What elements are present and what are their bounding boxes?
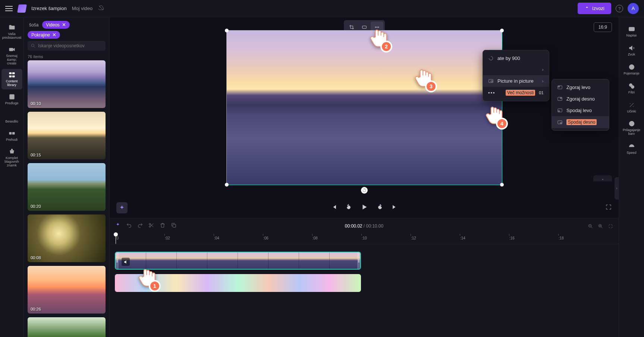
redo-button[interactable] (137, 222, 143, 230)
svg-point-47 (631, 85, 634, 88)
svg-rect-18 (491, 81, 493, 82)
zoom-out-icon[interactable] (588, 223, 593, 229)
resize-handle-tr[interactable] (500, 29, 504, 32)
timeline-tracks[interactable]: || || (110, 244, 619, 337)
clip-thumbnail[interactable]: 00:26 (28, 266, 106, 314)
clip-thumbnail[interactable]: 00:15 (28, 112, 106, 159)
svg-line-0 (99, 6, 103, 10)
nav-templates[interactable]: Predloge (1, 91, 22, 108)
pip-icon (488, 78, 494, 84)
split-button[interactable] (148, 222, 154, 230)
resize-handle-tl[interactable] (225, 29, 229, 32)
clip-thumbnail[interactable]: 00:08 (28, 214, 106, 262)
clip-trim-right[interactable]: || (357, 252, 360, 269)
fit-icon (361, 24, 367, 30)
nav-record-create[interactable]: Snemaj &amp; create (1, 44, 22, 68)
zoom-fit-icon[interactable] (608, 223, 613, 229)
menu-empty-row[interactable]: › (483, 64, 549, 75)
rotate-handle[interactable] (361, 187, 368, 194)
export-label: Izvozi (592, 6, 604, 11)
play-button[interactable] (360, 203, 368, 213)
prop-captions[interactable]: CCNapise (621, 23, 643, 40)
forward-button[interactable]: 5 (377, 204, 383, 212)
ruler-tick: :06 (263, 236, 268, 240)
delete-button[interactable] (160, 222, 166, 230)
search-box[interactable] (28, 41, 106, 51)
filter-tags: šoša Videos✕ (28, 21, 106, 29)
close-icon[interactable]: ✕ (62, 22, 66, 28)
main-layout: Vaša predstavnost Snemaj &amp; create Co… (0, 17, 644, 337)
menu-bottom-left[interactable]: Spodaj levo (552, 105, 609, 116)
captions-icon: CC (628, 25, 635, 33)
export-button[interactable]: Izvozi (578, 3, 611, 14)
menu-rotate[interactable]: ate by 900 (483, 53, 549, 64)
upload-icon (584, 6, 590, 11)
menu-top-left[interactable]: Zgoraj levo (552, 82, 609, 93)
project-subtitle[interactable]: Moj video (72, 6, 93, 11)
clip-list[interactable]: 00:10 00:15 00:20 00:08 00:26 (24, 60, 109, 337)
item-count: 76 items (24, 53, 109, 60)
tag-landscapes[interactable]: Pokrajine✕ (28, 31, 60, 39)
nav-your-media[interactable]: Vaša predstavnost (1, 22, 22, 42)
menu-bottom-right[interactable]: Spodaj desno (552, 116, 609, 128)
resize-handle-bl[interactable] (225, 183, 229, 187)
prop-speed[interactable]: Speed (621, 140, 643, 157)
template-icon (8, 93, 16, 101)
clip-audio-icon[interactable] (122, 258, 130, 266)
top-bar: Izrezek šampion Moj video Izvozi ? A (0, 0, 644, 17)
pointer-badge: 3 (425, 80, 437, 92)
undo-button[interactable] (126, 222, 132, 230)
rewind-icon: 5 (345, 204, 352, 210)
timeline-ruler[interactable]: :0 :02 :04 :06 :08 :10 :12 :14 :16 :18 (110, 234, 619, 244)
collapse-right-button[interactable]: › (615, 177, 619, 200)
duplicate-button[interactable] (171, 222, 177, 230)
ruler-tick: :0 (116, 236, 119, 240)
skip-start-button[interactable] (330, 204, 337, 212)
prop-color-adjust[interactable]: Prilagajanje barv (621, 118, 643, 138)
prop-effects[interactable]: Učinki (621, 99, 643, 116)
prop-fade[interactable]: Pojemanje (621, 61, 643, 78)
menu-pip[interactable]: Picture in picture › (483, 75, 549, 87)
fade-icon (628, 63, 635, 71)
prop-audio[interactable]: Zvok (621, 42, 643, 59)
playback-controls: 5 5 (110, 198, 619, 218)
preview-canvas[interactable] (226, 30, 502, 185)
menu-top-right[interactable]: Zgoraj desno (552, 93, 609, 105)
resize-handle-br[interactable] (500, 183, 504, 187)
aspect-ratio-button[interactable]: 16:9 (594, 22, 612, 32)
svg-rect-4 (9, 76, 12, 77)
playhead[interactable] (116, 234, 116, 244)
svg-rect-13 (362, 26, 366, 29)
nav-text[interactable]: Besedilo (1, 109, 22, 126)
breadcrumb-tag[interactable]: šoša (28, 21, 40, 29)
help-icon[interactable]: ? (616, 5, 623, 12)
prop-filters[interactable]: Filtri (621, 80, 643, 97)
clip-trim-left[interactable]: || (116, 252, 119, 269)
skip-end-button[interactable] (392, 204, 398, 212)
clip-thumbnail[interactable]: 00:20 (28, 163, 106, 211)
hamburger-menu-icon[interactable] (5, 6, 13, 11)
magic-button[interactable] (115, 222, 121, 230)
fullscreen-button[interactable] (605, 204, 612, 212)
svg-line-35 (591, 227, 592, 228)
nav-content-library[interactable]: Content library (1, 69, 22, 89)
search-input[interactable] (38, 43, 103, 48)
clip-thumbnail[interactable] (28, 317, 106, 337)
tag-videos[interactable]: Videos✕ (42, 21, 69, 29)
undo-icon (126, 222, 132, 228)
close-icon[interactable]: ✕ (52, 32, 56, 38)
camera-icon (8, 46, 16, 53)
pip-tr-icon (557, 96, 563, 102)
rewind-button[interactable]: 5 (345, 204, 352, 212)
nav-transitions[interactable]: Prehodi (1, 127, 22, 144)
svg-line-12 (34, 47, 35, 48)
clip-thumbnail[interactable]: 00:10 (28, 60, 106, 108)
zoom-in-icon[interactable] (598, 223, 603, 229)
filter-tags-2: Pokrajine✕ (28, 31, 106, 39)
nav-brand-kit[interactable]: Komplet blagovnih znamk (1, 146, 22, 170)
pointer-badge: 2 (380, 41, 392, 53)
collapse-preview-button[interactable]: ⌄ (593, 175, 612, 181)
user-avatar[interactable]: A (628, 3, 639, 14)
ai-enhance-button[interactable] (116, 202, 128, 213)
menu-more-options[interactable]: ••• Več možnosti01 (483, 87, 549, 99)
